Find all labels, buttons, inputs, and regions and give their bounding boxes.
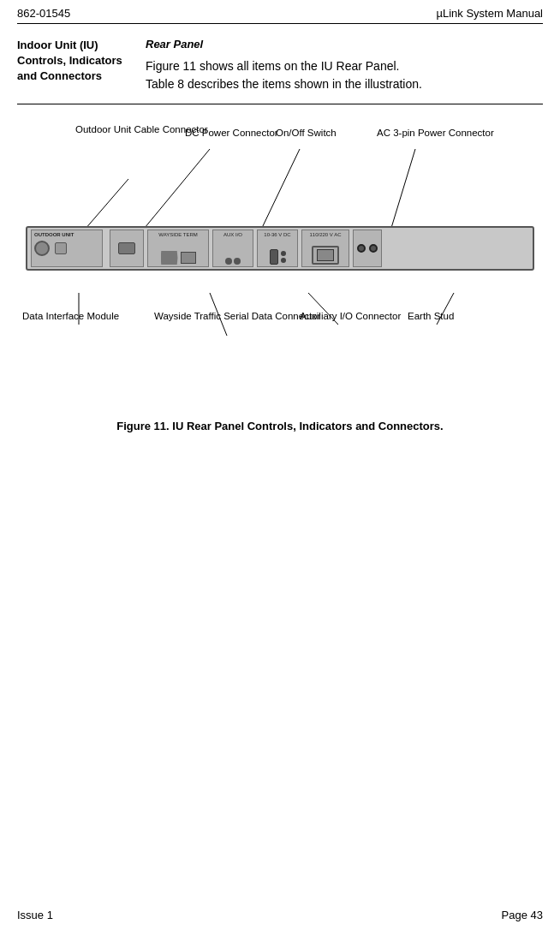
section-body: Figure 11 shows all items on the IU Rear… (146, 57, 543, 93)
aux-connector (181, 252, 196, 264)
outdoor-unit-section: OUTDOOR UNIT (31, 230, 103, 267)
dc-connector (118, 242, 135, 254)
ground-stud (369, 244, 378, 253)
circular-connector (34, 241, 50, 256)
earth-stud-label: Earth Stud (408, 310, 454, 323)
wayside-connectors (161, 251, 196, 265)
toggle-switch (270, 249, 278, 265)
on-off-label: On/Off Switch (276, 127, 337, 140)
diagram-container: Outdoor Unit Cable Connector DC Power Co… (17, 115, 543, 406)
dc-toggle (270, 249, 286, 265)
dc-voltage-section: 10-36 V DC (257, 230, 298, 267)
led-bottom (281, 258, 286, 263)
footer-page: Page 43 (502, 909, 543, 921)
earth-stud-section (353, 230, 382, 267)
left-col: Indoor Unit (IU) Controls, Indicators an… (17, 38, 128, 93)
panel-illustration: OUTDOOR UNIT WAYSIDE TERM AUX I/O (26, 226, 534, 271)
outdoor-unit-connectors (34, 241, 67, 256)
body-line2: Table 8 describes the items shown in the… (146, 75, 543, 93)
aux-io-section: AUX I/O (212, 230, 253, 267)
aux-io-label: Auxiliary I/O Connector (300, 310, 401, 323)
square-connector (55, 242, 67, 254)
page-footer: Issue 1 Page 43 (0, 909, 560, 921)
led-top (281, 251, 286, 256)
ac-connector (312, 246, 339, 265)
content-divider (17, 104, 543, 104)
serial-connector (161, 251, 178, 265)
page-header: 862-01545 µLink System Manual (0, 0, 560, 23)
manual-title: µLink System Manual (436, 7, 543, 20)
data-interface-label: Data Interface Module (22, 310, 119, 323)
ac-power-label: AC 3-pin Power Connector (377, 127, 494, 140)
aux-io-content (225, 258, 241, 265)
ac-section: 110/220 V AC (301, 230, 349, 267)
dc-connector-section (110, 230, 144, 267)
section-label: Indoor Unit (IU) Controls, Indicators an… (17, 38, 128, 85)
footer-issue: Issue 1 (17, 909, 53, 921)
ac-inner (317, 249, 334, 261)
figure-caption: Figure 11. IU Rear Panel Controls, Indic… (17, 420, 543, 432)
led1 (225, 258, 232, 265)
dc-power-label: DC Power Connector (185, 127, 278, 140)
earth-stud-connector (357, 244, 366, 253)
content-area: Indoor Unit (IU) Controls, Indicators an… (0, 24, 560, 93)
wayside-traffic-label: Wayside Traffic Serial Data Connector (154, 310, 320, 323)
doc-number: 862-01545 (17, 7, 70, 20)
body-line1: Figure 11 shows all items on the IU Rear… (146, 57, 543, 75)
wayside-section: WAYSIDE TERM (147, 230, 209, 267)
indicator-leds (281, 249, 286, 265)
panel-title: Rear Panel (146, 38, 543, 51)
right-col: Rear Panel Figure 11 shows all items on … (146, 38, 543, 93)
led2 (234, 258, 241, 265)
